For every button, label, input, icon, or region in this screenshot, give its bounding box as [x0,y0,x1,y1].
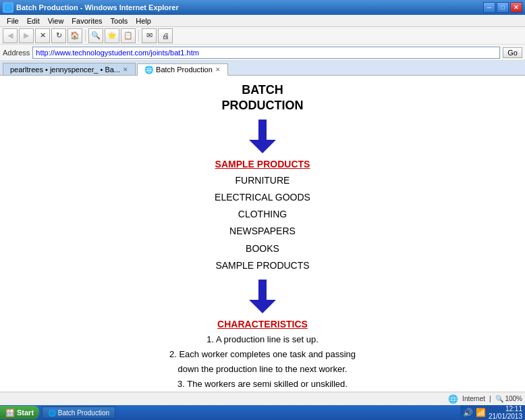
menu-edit[interactable]: Edit [23,17,44,25]
sample-item-1: FURNITURE [0,172,525,189]
clock-time: 12:11 [489,405,522,413]
zone-icon: 🌐 [447,394,458,404]
char-item-3: 3. The workers are semi skilled or unski… [94,377,431,392]
char-item-2: 2. Each worker completes one task and pa… [94,347,431,362]
tab-close-icon[interactable]: ✕ [123,66,128,73]
characteristics-link[interactable]: CHARACTERISTICS [0,319,525,330]
window-title: Batch Production - Windows Internet Expl… [16,3,483,11]
print-button[interactable]: 🖨 [158,28,173,43]
close-button[interactable]: ✕ [510,2,522,13]
back-button[interactable]: ◀ [3,28,18,43]
address-bar: Address Go [0,45,525,61]
sample-item-2: ELECTRICAL GOODS [0,189,525,206]
system-clock: 12:11 21/01/2013 [489,405,522,420]
tray-icon-2: 📶 [476,408,486,417]
maximize-button[interactable]: □ [497,2,509,13]
app-icon: 🌐 [3,2,13,13]
zone-label: Internet [462,395,485,402]
char-item-2b: down the production line to the next wor… [94,362,431,377]
menu-bar: File Edit View Favorites Tools Help [0,15,525,27]
address-input[interactable] [32,47,500,59]
tray-icon-1: 🔊 [463,408,473,417]
tab-icon: 🌐 [144,65,154,74]
start-button[interactable]: 🪟 Start [0,406,39,419]
address-label: Address [3,49,30,57]
clock-date: 21/01/2013 [489,413,522,420]
toolbar-separator [85,30,86,42]
start-label: Start [17,409,34,417]
go-button[interactable]: Go [503,47,522,58]
mail-button[interactable]: ✉ [142,28,157,43]
arrow-down-1 [249,120,276,153]
taskbar-items: 🌐 Batch Production [39,406,460,419]
status-right: 🌐 Internet | 🔍 100% [447,394,522,404]
status-bar: 🌐 Internet | 🔍 100% [0,392,525,405]
zoom-label: 🔍 100% [495,395,522,402]
toolbar-separator2 [138,30,139,42]
tab-bar: pearltrees • jennyspencer_ • Ba... ✕ 🌐 B… [0,61,525,76]
arrow-down-2 [249,280,276,313]
window-controls[interactable]: ─ □ ✕ [483,2,522,13]
menu-help[interactable]: Help [132,17,155,25]
refresh-button[interactable]: ↻ [51,28,66,43]
sample-item-4: NEWSPAPERS [0,223,525,240]
taskbar-ie-label: Batch Production [58,409,109,417]
svg-rect-0 [258,120,267,141]
home-button[interactable]: 🏠 [67,28,82,43]
title-bar: 🌐 Batch Production - Windows Internet Ex… [0,0,525,15]
svg-rect-2 [258,280,267,301]
sample-item-6: SAMPLE PRODUCTS [0,257,525,274]
sample-products-link[interactable]: SAMPLE PRODUCTS [0,159,525,169]
taskbar-tray: 🔊 📶 12:11 21/01/2013 [460,405,525,420]
menu-file[interactable]: File [3,17,23,25]
stop-button[interactable]: ✕ [35,28,50,43]
tab-label-active: Batch Production [156,65,213,74]
tab-pearltrees[interactable]: pearltrees • jennyspencer_ • Ba... ✕ [3,63,136,75]
favorites-button[interactable]: ⭐ [105,28,119,43]
title-line2: PRODUCTION [222,99,304,112]
page-content: BATCH PRODUCTION SAMPLE PRODUCTS FURNITU… [0,76,525,392]
svg-marker-3 [249,300,276,313]
tab-batch-production[interactable]: 🌐 Batch Production ✕ [137,63,228,76]
tab-label: pearltrees • jennyspencer_ • Ba... [10,65,120,74]
title-line1: BATCH [242,83,283,97]
menu-view[interactable]: View [44,17,68,25]
tab-close-active-icon[interactable]: ✕ [215,66,221,73]
sample-item-3: CLOTHING [0,206,525,223]
taskbar-item-ie[interactable]: 🌐 Batch Production [42,406,115,419]
svg-marker-1 [249,140,276,153]
toolbar: ◀ ▶ ✕ ↻ 🏠 🔍 ⭐ 📋 ✉ 🖨 [0,27,525,45]
history-button[interactable]: 📋 [121,28,136,43]
taskbar: 🪟 Start 🌐 Batch Production 🔊 📶 12:11 21/… [0,405,525,420]
characteristics-list: 1. A production line is set up. 2. Each … [94,332,431,392]
separator: | [489,395,491,402]
menu-favorites[interactable]: Favorites [67,17,106,25]
minimize-button[interactable]: ─ [483,2,495,13]
start-logo: 🪟 [5,409,15,417]
main-title: BATCH PRODUCTION [0,82,525,114]
sample-item-5: BOOKS [0,240,525,257]
sample-list: FURNITURE ELECTRICAL GOODS CLOTHING NEWS… [0,172,525,274]
forward-button[interactable]: ▶ [19,28,34,43]
char-item-1: 1. A production line is set up. [94,332,431,347]
taskbar-ie-icon: 🌐 [48,409,56,417]
menu-tools[interactable]: Tools [107,17,132,25]
search-button[interactable]: 🔍 [88,28,103,43]
